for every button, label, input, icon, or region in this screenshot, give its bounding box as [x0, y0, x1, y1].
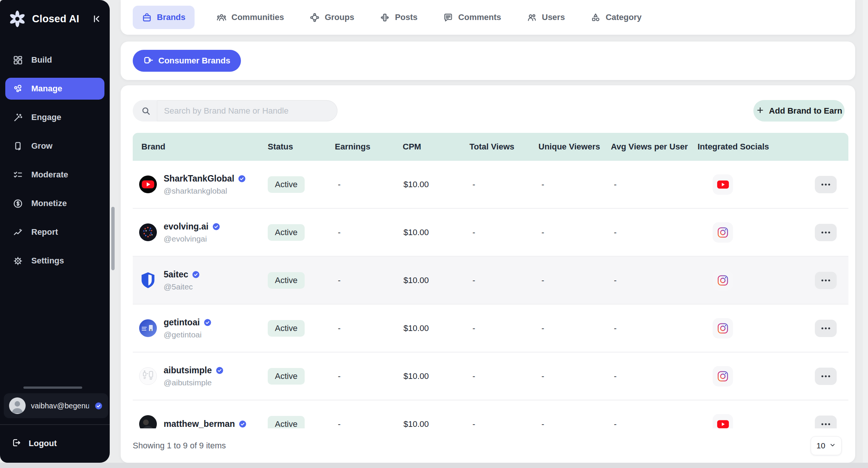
- brand-cell: SharkTankGlobal @sharktankglobal: [133, 174, 268, 196]
- tab-label: Posts: [395, 12, 417, 22]
- row-menu-button[interactable]: [815, 272, 837, 289]
- logout-icon: [11, 438, 21, 449]
- brand-avatar: [139, 223, 157, 241]
- row-menu-button[interactable]: [815, 320, 837, 337]
- avg-views-value: -: [611, 180, 698, 189]
- table-row[interactable]: evolving.ai @evolvingai Active - $10.00 …: [133, 209, 848, 257]
- total-views-value: -: [469, 228, 538, 237]
- logout-button[interactable]: Logout: [11, 438, 57, 449]
- sidebar-item-build[interactable]: Build: [5, 49, 104, 71]
- tab-label: Groups: [325, 12, 354, 22]
- table-row[interactable]: 5aitec @5aitec Active - $10.00 - - -: [133, 257, 848, 305]
- sidebar-item-engage[interactable]: Engage: [5, 106, 104, 128]
- sidebar-item-settings[interactable]: Settings: [5, 250, 104, 272]
- tab-comments[interactable]: Comments: [439, 6, 505, 29]
- tabs-row: Brands Communities Groups Posts Comments…: [121, 0, 855, 35]
- sidebar-item-grow[interactable]: Grow: [5, 135, 104, 157]
- unique-viewers-value: -: [538, 276, 611, 285]
- tab-label: Comments: [458, 12, 501, 22]
- tab-users[interactable]: Users: [523, 6, 569, 29]
- column-header: Earnings: [335, 142, 403, 152]
- consumer-brands-icon: [143, 55, 153, 66]
- earnings-value: -: [335, 323, 403, 333]
- brand-handle: @evolvingai: [164, 234, 221, 243]
- tab-brands[interactable]: Brands: [133, 6, 195, 29]
- tab-communities[interactable]: Communities: [213, 6, 288, 29]
- sidebar-resize-handle[interactable]: [23, 386, 82, 389]
- engage-icon: [13, 112, 23, 123]
- tab-posts[interactable]: Posts: [376, 6, 421, 29]
- consumer-brands-button[interactable]: Consumer Brands: [133, 50, 241, 72]
- account-card[interactable]: vaibhav@begenu...: [4, 393, 108, 418]
- verified-badge-icon: [203, 318, 212, 327]
- tab-category[interactable]: Category: [587, 6, 645, 29]
- sidebar-item-report[interactable]: Report: [5, 221, 104, 243]
- tab-groups[interactable]: Groups: [306, 6, 358, 29]
- status-badge: Active: [268, 368, 305, 385]
- search-input[interactable]: [157, 100, 337, 121]
- collapse-sidebar-icon[interactable]: [91, 14, 102, 25]
- row-menu-button[interactable]: [815, 176, 837, 193]
- brand-name: matthew_berman: [164, 419, 235, 428]
- column-header: Status: [268, 142, 335, 152]
- earnings-value: -: [335, 228, 403, 237]
- page-size-value: 10: [816, 441, 825, 450]
- page-scrollbar-track[interactable]: [863, 0, 868, 468]
- instagram-icon: [713, 318, 733, 339]
- cpm-value: $10.00: [403, 371, 469, 381]
- unique-viewers-value: -: [538, 180, 611, 189]
- cpm-value: $10.00: [403, 276, 469, 285]
- sidebar: Closed AI Build Manage Engage Grow Moder…: [0, 0, 110, 463]
- verified-badge-icon: [192, 270, 200, 279]
- avg-views-value: -: [611, 371, 698, 381]
- category-icon: [590, 12, 601, 23]
- row-menu-button[interactable]: [815, 416, 837, 429]
- table-row[interactable]: getintoai @getintoai Active - $10.00 - -…: [133, 305, 848, 353]
- sidebar-item-label: Build: [31, 55, 52, 65]
- table-row[interactable]: SharkTankGlobal @sharktankglobal Active …: [133, 161, 848, 209]
- instagram-icon: [713, 222, 733, 243]
- brand-avatar: [139, 271, 157, 289]
- brand-cell: evolving.ai @evolvingai: [133, 222, 268, 243]
- sidebar-item-moderate[interactable]: Moderate: [5, 164, 104, 186]
- row-menu-button[interactable]: [815, 224, 837, 241]
- build-icon: [13, 55, 23, 65]
- users-icon: [527, 12, 537, 23]
- chevron-down-icon: [829, 441, 836, 450]
- verified-badge-icon: [238, 174, 246, 183]
- earnings-value: -: [335, 419, 403, 429]
- earnings-value: -: [335, 371, 403, 381]
- brand-name: evolving.ai: [164, 222, 209, 232]
- settings-icon: [13, 256, 23, 266]
- sidebar-item-monetize[interactable]: Monetize: [5, 192, 104, 214]
- brand-avatar: [139, 415, 157, 428]
- avg-views-value: -: [611, 419, 698, 429]
- brand-name: aibutsimple: [164, 365, 212, 376]
- brand-handle: @aibutsimple: [164, 378, 224, 387]
- total-views-value: -: [469, 419, 538, 429]
- unique-viewers-value: -: [538, 323, 611, 333]
- avg-views-value: -: [611, 276, 698, 285]
- brand-cell: 5aitec @5aitec: [133, 269, 268, 291]
- brand-name: getintoai: [164, 317, 200, 328]
- sidebar-item-manage[interactable]: Manage: [5, 78, 104, 100]
- cpm-value: $10.00: [403, 180, 469, 189]
- status-badge: Active: [268, 320, 305, 337]
- posts-icon: [380, 12, 390, 23]
- avg-views-value: -: [611, 228, 698, 237]
- add-brand-button[interactable]: Add Brand to Earn: [753, 100, 845, 122]
- communities-icon: [216, 12, 227, 23]
- row-menu-button[interactable]: [815, 368, 837, 385]
- table-row[interactable]: aibutsimple @aibutsimple Active - $10.00…: [133, 353, 848, 400]
- brand-name: 5aitec: [164, 269, 188, 280]
- sidebar-item-label: Engage: [31, 112, 61, 122]
- page-size-select[interactable]: 10: [811, 436, 842, 455]
- brand-cell: aibutsimple @aibutsimple: [133, 365, 268, 387]
- sidebar-scrollbar[interactable]: [111, 207, 115, 270]
- unique-viewers-value: -: [538, 228, 611, 237]
- user-avatar: [9, 397, 26, 414]
- table-row[interactable]: matthew_berman Active - $10.00 - - -: [133, 400, 848, 428]
- tab-label: Users: [542, 12, 565, 22]
- pagination-summary: Showing 1 to 9 of 9 items: [133, 441, 226, 451]
- sidebar-item-label: Grow: [31, 141, 52, 151]
